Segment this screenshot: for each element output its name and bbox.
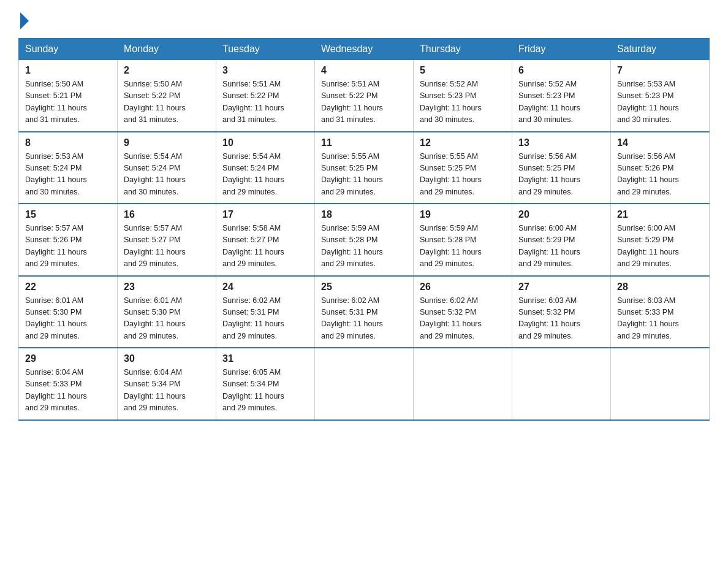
calendar-cell: 20 Sunrise: 6:00 AMSunset: 5:29 PMDaylig… — [512, 204, 611, 276]
day-number: 23 — [124, 282, 210, 293]
day-number: 29 — [25, 353, 111, 364]
calendar-cell: 27 Sunrise: 6:03 AMSunset: 5:32 PMDaylig… — [512, 276, 611, 348]
calendar-cell: 3 Sunrise: 5:51 AMSunset: 5:22 PMDayligh… — [216, 60, 315, 132]
day-info: Sunrise: 5:56 AMSunset: 5:25 PMDaylight:… — [518, 152, 580, 196]
calendar-cell: 31 Sunrise: 6:05 AMSunset: 5:34 PMDaylig… — [216, 348, 315, 420]
logo-arrow-icon — [20, 12, 29, 29]
day-number: 10 — [222, 137, 308, 148]
day-number: 19 — [420, 209, 506, 220]
day-info: Sunrise: 6:01 AMSunset: 5:30 PMDaylight:… — [124, 296, 186, 340]
day-info: Sunrise: 5:57 AMSunset: 5:26 PMDaylight:… — [25, 224, 87, 268]
day-number: 21 — [617, 209, 703, 220]
day-number: 1 — [25, 65, 111, 76]
day-number: 5 — [420, 65, 506, 76]
calendar-table: SundayMondayTuesdayWednesdayThursdayFrid… — [18, 38, 710, 421]
weekday-header-monday: Monday — [118, 39, 216, 60]
calendar-cell — [512, 348, 611, 420]
calendar-week-3: 15 Sunrise: 5:57 AMSunset: 5:26 PMDaylig… — [19, 204, 710, 276]
weekday-header-wednesday: Wednesday — [315, 39, 414, 60]
calendar-cell: 2 Sunrise: 5:50 AMSunset: 5:22 PMDayligh… — [118, 60, 216, 132]
day-number: 12 — [420, 137, 506, 148]
day-number: 4 — [321, 65, 407, 76]
day-number: 31 — [222, 353, 308, 364]
day-number: 25 — [321, 282, 407, 293]
day-number: 8 — [25, 137, 111, 148]
calendar-cell — [611, 348, 710, 420]
calendar-body: 1 Sunrise: 5:50 AMSunset: 5:21 PMDayligh… — [19, 60, 710, 420]
day-info: Sunrise: 5:58 AMSunset: 5:27 PMDaylight:… — [222, 224, 284, 268]
weekday-header-sunday: Sunday — [19, 39, 118, 60]
day-number: 24 — [222, 282, 308, 293]
day-info: Sunrise: 6:00 AMSunset: 5:29 PMDaylight:… — [518, 224, 580, 268]
calendar-cell: 9 Sunrise: 5:54 AMSunset: 5:24 PMDayligh… — [118, 132, 216, 204]
day-info: Sunrise: 6:02 AMSunset: 5:32 PMDaylight:… — [420, 296, 482, 340]
calendar-week-2: 8 Sunrise: 5:53 AMSunset: 5:24 PMDayligh… — [19, 132, 710, 204]
day-number: 30 — [124, 353, 210, 364]
calendar-cell: 4 Sunrise: 5:51 AMSunset: 5:22 PMDayligh… — [315, 60, 414, 132]
day-info: Sunrise: 6:00 AMSunset: 5:29 PMDaylight:… — [617, 224, 679, 268]
calendar-cell: 17 Sunrise: 5:58 AMSunset: 5:27 PMDaylig… — [216, 204, 315, 276]
logo — [18, 12, 30, 32]
day-info: Sunrise: 6:03 AMSunset: 5:32 PMDaylight:… — [518, 296, 580, 340]
calendar-cell: 28 Sunrise: 6:03 AMSunset: 5:33 PMDaylig… — [611, 276, 710, 348]
calendar-cell: 30 Sunrise: 6:04 AMSunset: 5:34 PMDaylig… — [118, 348, 216, 420]
calendar-cell — [414, 348, 512, 420]
weekday-header-tuesday: Tuesday — [216, 39, 315, 60]
calendar-cell: 22 Sunrise: 6:01 AMSunset: 5:30 PMDaylig… — [19, 276, 118, 348]
calendar-cell — [315, 348, 414, 420]
day-number: 27 — [518, 282, 604, 293]
calendar-cell: 24 Sunrise: 6:02 AMSunset: 5:31 PMDaylig… — [216, 276, 315, 348]
day-info: Sunrise: 6:05 AMSunset: 5:34 PMDaylight:… — [222, 368, 284, 412]
day-info: Sunrise: 6:02 AMSunset: 5:31 PMDaylight:… — [321, 296, 383, 340]
day-info: Sunrise: 6:02 AMSunset: 5:31 PMDaylight:… — [222, 296, 284, 340]
day-info: Sunrise: 6:01 AMSunset: 5:30 PMDaylight:… — [25, 296, 87, 340]
day-number: 22 — [25, 282, 111, 293]
calendar-cell: 26 Sunrise: 6:02 AMSunset: 5:32 PMDaylig… — [414, 276, 512, 348]
day-info: Sunrise: 5:55 AMSunset: 5:25 PMDaylight:… — [321, 152, 383, 196]
day-info: Sunrise: 5:59 AMSunset: 5:28 PMDaylight:… — [321, 224, 383, 268]
calendar-cell: 1 Sunrise: 5:50 AMSunset: 5:21 PMDayligh… — [19, 60, 118, 132]
day-number: 6 — [518, 65, 604, 76]
calendar-cell: 10 Sunrise: 5:54 AMSunset: 5:24 PMDaylig… — [216, 132, 315, 204]
day-info: Sunrise: 5:53 AMSunset: 5:23 PMDaylight:… — [617, 80, 679, 124]
day-number: 16 — [124, 209, 210, 220]
day-info: Sunrise: 5:50 AMSunset: 5:22 PMDaylight:… — [124, 80, 186, 124]
day-info: Sunrise: 5:52 AMSunset: 5:23 PMDaylight:… — [518, 80, 580, 124]
day-number: 17 — [222, 209, 308, 220]
calendar-cell: 6 Sunrise: 5:52 AMSunset: 5:23 PMDayligh… — [512, 60, 611, 132]
day-info: Sunrise: 5:54 AMSunset: 5:24 PMDaylight:… — [124, 152, 186, 196]
weekday-header-saturday: Saturday — [611, 39, 710, 60]
day-info: Sunrise: 5:52 AMSunset: 5:23 PMDaylight:… — [420, 80, 482, 124]
day-number: 9 — [124, 137, 210, 148]
weekday-header-friday: Friday — [512, 39, 611, 60]
day-info: Sunrise: 6:03 AMSunset: 5:33 PMDaylight:… — [617, 296, 679, 340]
day-number: 26 — [420, 282, 506, 293]
calendar-cell: 21 Sunrise: 6:00 AMSunset: 5:29 PMDaylig… — [611, 204, 710, 276]
day-number: 2 — [124, 65, 210, 76]
calendar-cell: 16 Sunrise: 5:57 AMSunset: 5:27 PMDaylig… — [118, 204, 216, 276]
calendar-cell: 7 Sunrise: 5:53 AMSunset: 5:23 PMDayligh… — [611, 60, 710, 132]
day-number: 15 — [25, 209, 111, 220]
day-number: 14 — [617, 137, 703, 148]
day-number: 28 — [617, 282, 703, 293]
calendar-cell: 12 Sunrise: 5:55 AMSunset: 5:25 PMDaylig… — [414, 132, 512, 204]
calendar-cell: 14 Sunrise: 5:56 AMSunset: 5:26 PMDaylig… — [611, 132, 710, 204]
calendar-cell: 15 Sunrise: 5:57 AMSunset: 5:26 PMDaylig… — [19, 204, 118, 276]
day-number: 13 — [518, 137, 604, 148]
day-info: Sunrise: 6:04 AMSunset: 5:33 PMDaylight:… — [25, 368, 87, 412]
calendar-cell: 18 Sunrise: 5:59 AMSunset: 5:28 PMDaylig… — [315, 204, 414, 276]
calendar-week-4: 22 Sunrise: 6:01 AMSunset: 5:30 PMDaylig… — [19, 276, 710, 348]
day-info: Sunrise: 5:56 AMSunset: 5:26 PMDaylight:… — [617, 152, 679, 196]
day-info: Sunrise: 5:57 AMSunset: 5:27 PMDaylight:… — [124, 224, 186, 268]
day-number: 11 — [321, 137, 407, 148]
day-info: Sunrise: 5:55 AMSunset: 5:25 PMDaylight:… — [420, 152, 482, 196]
day-info: Sunrise: 5:51 AMSunset: 5:22 PMDaylight:… — [321, 80, 383, 124]
calendar-cell: 11 Sunrise: 5:55 AMSunset: 5:25 PMDaylig… — [315, 132, 414, 204]
calendar-cell: 23 Sunrise: 6:01 AMSunset: 5:30 PMDaylig… — [118, 276, 216, 348]
calendar-cell: 5 Sunrise: 5:52 AMSunset: 5:23 PMDayligh… — [414, 60, 512, 132]
calendar-cell: 29 Sunrise: 6:04 AMSunset: 5:33 PMDaylig… — [19, 348, 118, 420]
day-info: Sunrise: 5:51 AMSunset: 5:22 PMDaylight:… — [222, 80, 284, 124]
day-info: Sunrise: 6:04 AMSunset: 5:34 PMDaylight:… — [124, 368, 186, 412]
day-info: Sunrise: 5:50 AMSunset: 5:21 PMDaylight:… — [25, 80, 87, 124]
day-number: 20 — [518, 209, 604, 220]
